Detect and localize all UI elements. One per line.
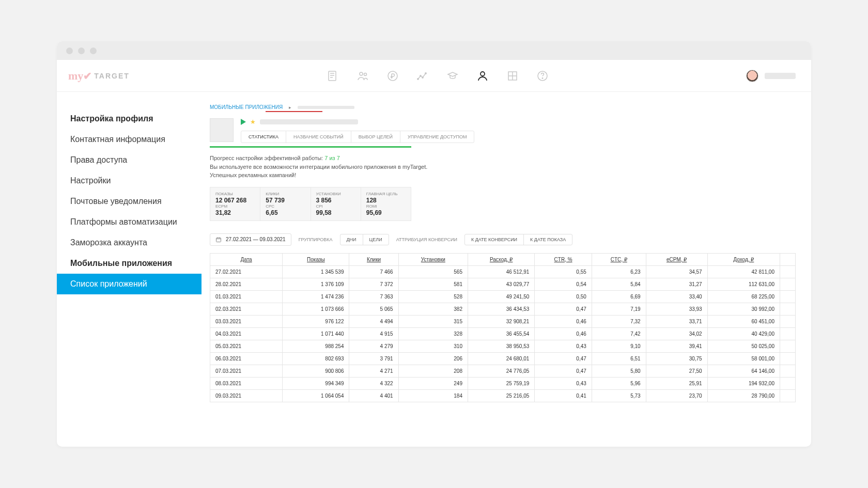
profile-icon[interactable] [476,70,489,82]
seg-attr-opt-1[interactable]: К ДАТЕ ПОКАЗА [524,234,572,245]
grid-icon[interactable] [506,70,519,82]
dashboard-icon[interactable] [327,70,339,82]
cell-2-2: 7 363 [349,290,398,303]
cell-7-5: 0,47 [535,352,592,365]
svg-rect-12 [216,238,221,242]
cell-6-0: 05.03.2021 [210,340,283,352]
cell-6-1: 988 254 [283,340,349,352]
sidebar-item-4[interactable]: Почтовые уведомления [57,191,202,212]
table-body: 27.02.20211 345 5397 46656546 512,910,55… [210,265,796,402]
metric-sublabel: ROMI [366,204,406,209]
cell-0-7: 34,57 [646,265,707,278]
subtab-0[interactable]: СТАТИСТИКА [241,131,286,143]
cell-2-7: 33,40 [646,290,707,303]
app-header: ★ СТАТИСТИКАНАЗВАНИЕ СОБЫТИЙВЫБОР ЦЕЛЕЙУ… [210,118,796,143]
col-header-6[interactable]: CTC, ₽ [592,253,646,265]
cell-9-7: 25,91 [646,377,707,389]
progress-text: Прогресс настройки эффективной работы: 7… [210,154,796,180]
svg-point-4 [417,78,419,79]
calendar-icon [215,237,222,243]
table-row: 04.03.20211 071 4404 91532836 455,540,46… [210,327,796,340]
subtab-1[interactable]: НАЗВАНИЕ СОБЫТИЙ [286,131,351,143]
col-header-2[interactable]: Клики [349,253,398,265]
cell-2-0: 01.03.2021 [210,290,283,303]
cell-5-5: 0,46 [535,327,592,340]
window-max-dot[interactable] [90,48,97,54]
breadcrumb-current-placeholder [298,106,354,109]
col-header-0[interactable]: Дата [210,253,283,265]
date-range-picker[interactable]: 27.02.2021 — 09.03.2021 [210,233,291,246]
col-header-9[interactable] [780,253,796,265]
svg-point-2 [364,73,367,75]
cell-0-4: 46 512,91 [468,265,534,278]
date-range-text: 27.02.2021 — 09.03.2021 [226,237,286,242]
cell-3-9 [780,303,796,315]
table-row: 07.03.2021900 8064 27120824 776,050,475,… [210,365,796,377]
col-header-1[interactable]: Показы [283,253,349,265]
education-icon[interactable] [446,70,459,82]
sidebar-item-5[interactable]: Платформы автоматизации [57,212,202,232]
window-min-dot[interactable] [78,48,85,54]
metric-label: ПОКАЗЫ [215,192,255,196]
stats-icon[interactable] [416,70,429,82]
sidebar-item-1[interactable]: Контактная информация [57,129,202,150]
window-close-dot[interactable] [66,48,73,54]
seg-group-opt-0[interactable]: ДНИ [340,234,363,245]
cell-4-5: 0,46 [535,315,592,327]
cell-2-4: 49 241,50 [468,290,534,303]
sidebar-item-6[interactable]: Заморозка аккаунта [57,232,202,253]
cell-4-4: 32 908,21 [468,315,534,327]
sidebar-item-7[interactable]: Мобильные приложения [57,253,202,274]
sidebar-item-0[interactable]: Настройка профиля [57,108,202,129]
sidebar-item-8[interactable]: Список приложений [57,274,202,294]
group-label: ГРУППИРОВКА [299,237,333,242]
cell-4-8: 60 451,00 [707,315,780,327]
billing-icon[interactable] [386,70,399,82]
cell-9-2: 4 322 [349,377,398,389]
breadcrumb: МОБИЛЬНЫЕ ПРИЛОЖЕНИЯ ▸ [210,104,796,110]
cell-8-4: 24 776,05 [468,365,534,377]
metric-value: 57 739 [266,197,305,204]
subtab-3[interactable]: УПРАВЛЕНИЕ ДОСТУПОМ [400,131,474,143]
cell-10-4: 25 216,05 [468,389,534,402]
cell-6-3: 310 [398,340,468,352]
cell-6-5: 0,43 [535,340,592,352]
col-header-8[interactable]: Доход, ₽ [707,253,780,265]
cell-10-5: 0,41 [535,389,592,402]
cell-5-4: 36 455,54 [468,327,534,340]
svg-point-6 [422,76,423,77]
col-header-7[interactable]: eCPM, ₽ [646,253,707,265]
attr-segmented: К ДАТЕ КОНВЕРСИИК ДАТЕ ПОКАЗА [464,234,572,245]
cell-3-5: 0,47 [535,303,592,315]
col-header-5[interactable]: CTR, % [535,253,592,265]
sidebar-item-3[interactable]: Настройки [57,170,202,191]
table-row: 09.03.20211 064 0544 40118425 216,050,41… [210,389,796,402]
cell-10-3: 184 [398,389,468,402]
metric-sublabel: eCPM [215,204,255,209]
breadcrumb-link[interactable]: МОБИЛЬНЫЕ ПРИЛОЖЕНИЯ [210,104,283,110]
cell-6-7: 39,41 [646,340,707,352]
cell-0-1: 1 345 539 [283,265,349,278]
col-header-4[interactable]: Расход, ₽ [468,253,534,265]
cell-9-6: 5,96 [592,377,646,389]
user-area[interactable] [746,70,806,82]
username-placeholder [765,73,796,79]
col-header-3[interactable]: Установки [398,253,468,265]
audience-icon[interactable] [357,70,369,82]
subtab-2[interactable]: ВЫБОР ЦЕЛЕЙ [351,131,400,143]
seg-attr-opt-0[interactable]: К ДАТЕ КОНВЕРСИИ [465,234,524,245]
help-icon[interactable] [536,70,549,82]
cell-3-6: 7,19 [592,303,646,315]
cell-0-6: 6,23 [592,265,646,278]
table-row: 27.02.20211 345 5397 46656546 512,910,55… [210,265,796,278]
cell-1-1: 1 376 109 [283,278,349,290]
seg-group-opt-1[interactable]: ЦЕЛИ [363,234,389,245]
breadcrumb-underline [266,111,322,112]
cell-10-9 [780,389,796,402]
cell-9-9 [780,377,796,389]
cell-4-2: 4 494 [349,315,398,327]
cell-2-3: 528 [398,290,468,303]
app-thumbnail [210,118,234,142]
sidebar-item-2[interactable]: Права доступа [57,150,202,170]
cell-1-8: 112 631,00 [707,278,780,290]
